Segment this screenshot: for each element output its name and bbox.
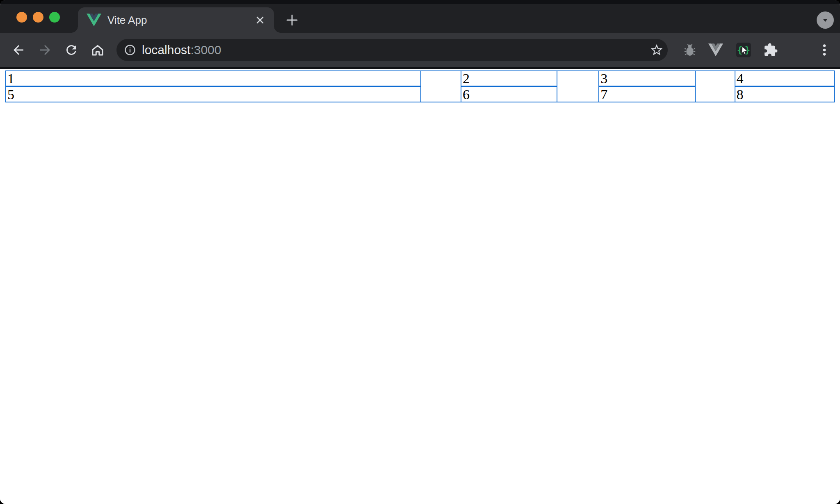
json-icon-box: { }: [736, 43, 751, 57]
table-cell: 5: [6, 86, 421, 102]
table-cell: 1: [6, 71, 421, 86]
table-gap-cell: [421, 71, 461, 102]
active-tab[interactable]: Vite App: [78, 7, 274, 33]
browser-window: Vite App: [0, 0, 840, 504]
vue-devtools-icon[interactable]: [708, 43, 723, 57]
url-port: :3000: [190, 43, 221, 57]
home-button[interactable]: [90, 43, 105, 57]
window-top-edge: [0, 0, 840, 4]
table-cell: 3: [599, 71, 695, 86]
table-cell: 7: [599, 86, 695, 102]
browser-chrome: Vite App: [0, 0, 840, 69]
vue-logo-icon: [87, 14, 101, 27]
toolbar: localhost:3000 {: [0, 33, 840, 67]
tab-close-x-icon[interactable]: [254, 14, 266, 26]
bug-extension-icon[interactable]: [682, 43, 697, 57]
puzzle-extensions-icon[interactable]: [763, 43, 778, 57]
table-cell: 6: [461, 86, 557, 102]
table-gap-cell: [695, 71, 735, 102]
url-text: localhost:3000: [142, 43, 221, 57]
url-host: localhost: [142, 43, 190, 57]
cursor-arrow-icon: [740, 45, 750, 55]
tab-search-chevron-icon[interactable]: [817, 11, 834, 29]
table-cell: 2: [461, 71, 557, 86]
address-bar[interactable]: localhost:3000: [116, 39, 668, 61]
table-cell: 8: [735, 86, 834, 102]
site-info-icon[interactable]: [124, 44, 136, 56]
page-content: 1 2 3 4 5 6 7 8: [0, 69, 840, 504]
tab-title: Vite App: [107, 7, 147, 33]
table-gap-cell: [557, 71, 599, 102]
back-button[interactable]: [11, 43, 26, 57]
json-braces-cursor-icon[interactable]: { }: [736, 43, 751, 57]
traffic-light-zoom[interactable]: [49, 12, 60, 23]
traffic-light-close[interactable]: [16, 12, 27, 23]
traffic-light-minimize[interactable]: [33, 12, 43, 23]
blue-bordered-table: 1 2 3 4 5 6 7 8: [5, 70, 835, 102]
menu-kebab-icon[interactable]: [817, 43, 832, 57]
forward-button[interactable]: [38, 43, 52, 57]
new-tab-plus-icon[interactable]: [285, 13, 299, 27]
reload-button[interactable]: [64, 43, 79, 57]
bookmark-star-icon[interactable]: [650, 43, 664, 57]
table-cell: 4: [735, 71, 834, 86]
